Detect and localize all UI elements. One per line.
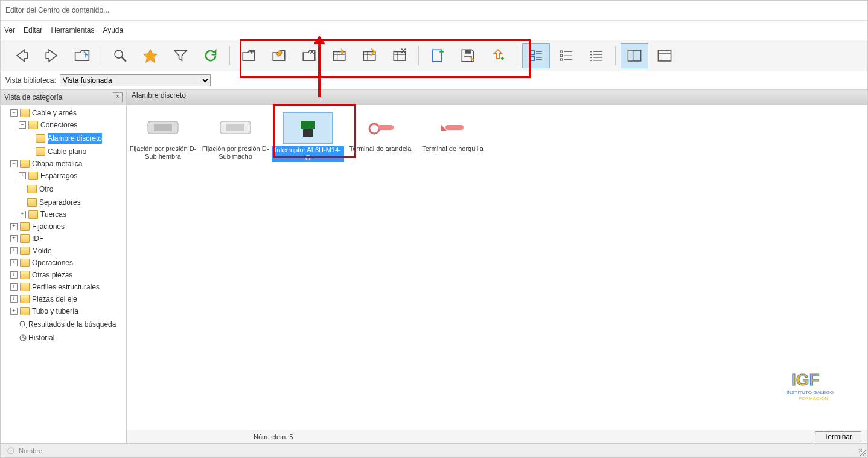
- expand-icon[interactable]: +: [10, 247, 18, 254]
- expand-icon[interactable]: +: [10, 295, 18, 303]
- folder-icon: [27, 185, 37, 193]
- content-panel: Alambre discreto Fijación por presión D-…: [127, 90, 867, 443]
- thumbnail-view-button[interactable]: [522, 43, 550, 68]
- svg-rect-46: [628, 51, 633, 60]
- expand-icon[interactable]: +: [10, 271, 18, 279]
- tree-perfiles[interactable]: Perfiles estructurales: [32, 282, 100, 292]
- svg-rect-21: [464, 57, 472, 62]
- tree-alambre[interactable]: Alambre discreto: [48, 133, 102, 144]
- svg-rect-27: [529, 57, 534, 61]
- tree-conectores[interactable]: Conectores: [40, 120, 77, 131]
- folder-icon: [20, 160, 30, 168]
- expand-icon[interactable]: +: [10, 283, 18, 291]
- save-button[interactable]: [454, 43, 482, 68]
- menu-herramientas[interactable]: Herramientas: [51, 26, 94, 34]
- pane-single-button[interactable]: [651, 43, 678, 68]
- edit-category-button[interactable]: [265, 43, 293, 68]
- item-label: Fijación por presión D-Sub macho: [199, 145, 272, 161]
- up-folder-button[interactable]: [68, 43, 96, 68]
- expand-icon[interactable]: +: [10, 235, 18, 242]
- expand-icon[interactable]: +: [10, 308, 18, 315]
- svg-rect-24: [529, 51, 534, 55]
- delete-family-button[interactable]: [386, 43, 413, 68]
- svg-rect-58: [301, 121, 315, 129]
- library-view-row: Vista biblioteca: Vista fusionada: [1, 71, 867, 90]
- tree-piezas[interactable]: Piezas del eje: [32, 294, 77, 305]
- tree-cable[interactable]: Cable y arnés: [32, 108, 77, 118]
- filter-button[interactable]: [167, 43, 194, 68]
- item-thumb: [429, 112, 477, 143]
- close-panel-icon[interactable]: ×: [113, 92, 123, 102]
- content-item[interactable]: Terminal de horquilla: [416, 112, 489, 153]
- search-button[interactable]: [106, 43, 134, 68]
- tree-operaciones[interactable]: Operaciones: [32, 257, 73, 268]
- tree-resultados[interactable]: Resultados de la búsqueda: [28, 319, 116, 330]
- finish-button[interactable]: Terminar: [815, 431, 861, 442]
- item-thumb: [139, 112, 187, 143]
- item-thumb: [356, 112, 404, 143]
- expand-icon[interactable]: +: [10, 223, 18, 230]
- title-text: Editor del Centro de contenido...: [5, 6, 109, 15]
- expand-icon[interactable]: +: [19, 211, 26, 218]
- new-family-button[interactable]: [325, 43, 353, 68]
- favorite-button[interactable]: [136, 43, 164, 68]
- forward-button[interactable]: [38, 43, 66, 68]
- content-item[interactable]: Fijación por presión D-Sub macho: [199, 112, 272, 161]
- menu-editar[interactable]: Editar: [24, 26, 42, 34]
- edit-family-button[interactable]: [356, 43, 383, 68]
- svg-rect-6: [333, 52, 345, 61]
- svg-rect-12: [394, 52, 406, 61]
- expand-icon[interactable]: +: [10, 259, 18, 266]
- tree-tubo[interactable]: Tubo y tubería: [32, 306, 78, 317]
- status-count: Núm. elem.:5: [254, 433, 293, 440]
- new-category-button[interactable]: [235, 43, 263, 68]
- folder-icon: [20, 259, 30, 267]
- svg-point-0: [115, 50, 123, 58]
- svg-rect-47: [658, 50, 671, 61]
- details-view-button[interactable]: [582, 43, 610, 68]
- svg-line-53: [23, 338, 25, 339]
- tree-fijaciones[interactable]: Fijaciones: [32, 221, 65, 232]
- bottombar: Nombre: [1, 443, 867, 457]
- expand-icon[interactable]: +: [19, 172, 26, 179]
- watermark-l2: INSTITUTO GALEGO: [787, 390, 834, 395]
- category-tree[interactable]: −Cable y arnés −Conectores Alambre discr…: [1, 105, 126, 443]
- tree-chapa[interactable]: Chapa metálica: [32, 158, 82, 169]
- tree-tuercas[interactable]: Tuercas: [40, 209, 66, 220]
- tree-cableplano[interactable]: Cable plano: [48, 146, 86, 157]
- svg-rect-34: [560, 59, 562, 60]
- collapse-icon[interactable]: −: [19, 121, 26, 129]
- pane-split-button[interactable]: [621, 43, 648, 68]
- tree-separadores[interactable]: Separadores: [39, 197, 81, 208]
- folder-icon: [27, 198, 37, 207]
- svg-point-64: [8, 448, 14, 454]
- menu-ver[interactable]: Ver: [4, 26, 15, 34]
- item-thumb: [211, 112, 260, 143]
- svg-rect-30: [560, 51, 562, 53]
- refresh-button[interactable]: [197, 43, 225, 68]
- collapse-icon[interactable]: −: [10, 160, 18, 167]
- category-panel-header: Vista de categoría ×: [1, 90, 126, 105]
- libview-select[interactable]: Vista fusionada: [60, 74, 211, 86]
- add-file-button[interactable]: [424, 43, 452, 68]
- back-button[interactable]: [8, 43, 36, 68]
- tree-idf[interactable]: IDF: [32, 233, 43, 244]
- collapse-icon[interactable]: −: [10, 109, 18, 117]
- content-item-selected[interactable]: Interruptor AL6H-M14-G: [272, 112, 344, 162]
- publish-button[interactable]: [484, 43, 512, 68]
- tree-molde[interactable]: Molde: [32, 245, 52, 256]
- content-item[interactable]: Terminal de arandela: [344, 112, 416, 153]
- list-view-button[interactable]: [552, 43, 580, 68]
- resize-grip-icon[interactable]: [859, 449, 866, 456]
- tree-historial[interactable]: Historial: [28, 332, 54, 343]
- content-panel-header: Alambre discreto: [127, 90, 867, 105]
- category-panel: Vista de categoría × −Cable y arnés −Con…: [1, 90, 127, 443]
- svg-rect-20: [465, 50, 471, 54]
- svg-rect-62: [445, 125, 464, 130]
- tree-otro[interactable]: Otro: [39, 184, 53, 195]
- content-item[interactable]: Fijación por presión D-Sub hembra: [127, 112, 199, 161]
- tree-esparragos[interactable]: Espárragos: [40, 170, 77, 181]
- menu-ayuda[interactable]: Ayuda: [103, 26, 123, 34]
- tree-otras[interactable]: Otras piezas: [32, 269, 72, 280]
- folder-icon: [28, 210, 38, 219]
